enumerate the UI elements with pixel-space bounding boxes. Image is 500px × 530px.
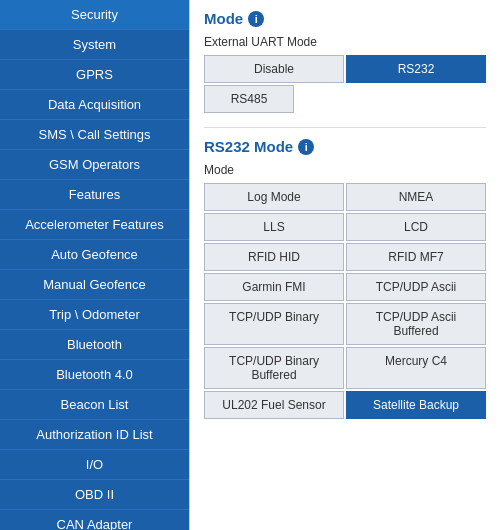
mode-cell-rfid-mf7[interactable]: RFID MF7 — [346, 243, 486, 271]
uart-btn-rs232[interactable]: RS232 — [346, 55, 486, 83]
rs232-mode-label: Mode — [204, 163, 486, 177]
rs232-title-text: RS232 Mode — [204, 138, 293, 155]
uart-row-1: Disable RS232 — [204, 55, 486, 83]
uart-btn-rs485[interactable]: RS485 — [204, 85, 294, 113]
sidebar-item-gprs[interactable]: GPRS — [0, 60, 189, 90]
external-uart-label: External UART Mode — [204, 35, 486, 49]
mode-title-text: Mode — [204, 10, 243, 27]
mode-cell-ul202-fuel-sensor[interactable]: UL202 Fuel Sensor — [204, 391, 344, 419]
uart-row-2: RS485 — [204, 85, 486, 113]
sidebar-item-data-acquisition[interactable]: Data Acquisition — [0, 90, 189, 120]
mode-cell-garmin-fmi[interactable]: Garmin FMI — [204, 273, 344, 301]
mode-cell-satellite-backup[interactable]: Satellite Backup — [346, 391, 486, 419]
mode-section-title: Mode i — [204, 10, 486, 27]
mode-cell-nmea[interactable]: NMEA — [346, 183, 486, 211]
sidebar-item-security[interactable]: Security — [0, 0, 189, 30]
mode-cell-log-mode[interactable]: Log Mode — [204, 183, 344, 211]
main-content: Mode i External UART Mode Disable RS232 … — [190, 0, 500, 530]
sidebar-item-can-adapter[interactable]: CAN Adapter — [0, 510, 189, 530]
sidebar-item-sms-call-settings[interactable]: SMS \ Call Settings — [0, 120, 189, 150]
uart-toggle-group: Disable RS232 RS485 — [204, 55, 486, 113]
rs232-mode-grid: Log ModeNMEALLSLCDRFID HIDRFID MF7Garmin… — [204, 183, 486, 419]
sidebar-item-beacon-list[interactable]: Beacon List — [0, 390, 189, 420]
sidebar-item-bluetooth[interactable]: Bluetooth — [0, 330, 189, 360]
sidebar-item-auto-geofence[interactable]: Auto Geofence — [0, 240, 189, 270]
mode-info-icon[interactable]: i — [248, 11, 264, 27]
section-divider — [204, 127, 486, 128]
mode-cell-tcp-udp-binary[interactable]: TCP/UDP Binary — [204, 303, 344, 345]
mode-cell-rfid-hid[interactable]: RFID HID — [204, 243, 344, 271]
mode-cell-tcp-udp-ascii[interactable]: TCP/UDP Ascii — [346, 273, 486, 301]
uart-btn-disable[interactable]: Disable — [204, 55, 344, 83]
rs232-section-title: RS232 Mode i — [204, 138, 486, 155]
sidebar-item-accelerometer-features[interactable]: Accelerometer Features — [0, 210, 189, 240]
sidebar-item-features[interactable]: Features — [0, 180, 189, 210]
mode-cell-tcp-udp-binary-buffered[interactable]: TCP/UDP Binary Buffered — [204, 347, 344, 389]
mode-cell-mercury-c4[interactable]: Mercury C4 — [346, 347, 486, 389]
sidebar-item-authorization-id[interactable]: Authorization ID List — [0, 420, 189, 450]
sidebar-item-gsm-operators[interactable]: GSM Operators — [0, 150, 189, 180]
sidebar-item-bluetooth-4[interactable]: Bluetooth 4.0 — [0, 360, 189, 390]
mode-cell-tcp-udp-ascii-buffered[interactable]: TCP/UDP Ascii Buffered — [346, 303, 486, 345]
rs232-info-icon[interactable]: i — [298, 139, 314, 155]
sidebar-item-io[interactable]: I/O — [0, 450, 189, 480]
sidebar-item-obd-ii[interactable]: OBD II — [0, 480, 189, 510]
mode-cell-lcd[interactable]: LCD — [346, 213, 486, 241]
sidebar-item-system[interactable]: System — [0, 30, 189, 60]
mode-cell-lls[interactable]: LLS — [204, 213, 344, 241]
sidebar: SecuritySystemGPRSData AcquisitionSMS \ … — [0, 0, 190, 530]
sidebar-item-trip-odometer[interactable]: Trip \ Odometer — [0, 300, 189, 330]
sidebar-item-manual-geofence[interactable]: Manual Geofence — [0, 270, 189, 300]
